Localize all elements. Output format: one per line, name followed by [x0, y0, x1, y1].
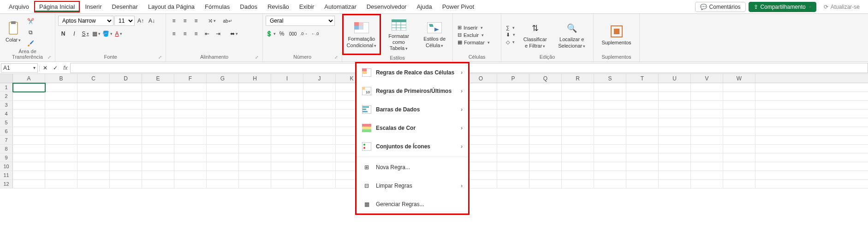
- tab-revisao[interactable]: Revisão: [262, 1, 294, 12]
- cell[interactable]: [77, 180, 110, 189]
- tab-exibir[interactable]: Exibir: [294, 1, 320, 12]
- top-bottom-rules-item[interactable]: 10 Regras de Primeiros/Últimos›: [357, 82, 468, 100]
- col-header[interactable]: E: [142, 74, 174, 83]
- cell[interactable]: [45, 145, 77, 153]
- cell[interactable]: [691, 171, 723, 180]
- cell[interactable]: [562, 136, 594, 145]
- cell[interactable]: [723, 110, 755, 118]
- cell[interactable]: [239, 153, 271, 162]
- cell[interactable]: [626, 136, 659, 145]
- cell[interactable]: [723, 118, 755, 127]
- cell[interactable]: [497, 153, 529, 162]
- cell[interactable]: [659, 153, 691, 162]
- cell[interactable]: [303, 110, 336, 118]
- cell[interactable]: [174, 118, 207, 127]
- cell[interactable]: [562, 127, 594, 136]
- row-header[interactable]: 10: [0, 162, 13, 171]
- cell[interactable]: [594, 110, 626, 118]
- manage-rules-item[interactable]: ▦ Gerenciar Regras...: [357, 195, 468, 214]
- cell[interactable]: [77, 162, 110, 171]
- cell[interactable]: [465, 83, 497, 92]
- increase-indent-button[interactable]: ⇥: [213, 29, 223, 39]
- find-select-button[interactable]: 🔍 Localizar e Selecionar: [553, 20, 590, 49]
- font-color-button[interactable]: A: [113, 29, 124, 39]
- decrease-font-button[interactable]: A↓: [147, 16, 157, 26]
- cell[interactable]: [77, 145, 110, 153]
- cell[interactable]: [13, 118, 45, 127]
- cell[interactable]: [174, 92, 207, 101]
- cell[interactable]: [723, 145, 755, 153]
- font-launcher[interactable]: ⤢: [158, 55, 162, 60]
- cell[interactable]: [659, 83, 691, 92]
- cell[interactable]: [594, 171, 626, 180]
- cell[interactable]: [174, 162, 207, 171]
- cell[interactable]: [465, 180, 497, 189]
- col-header[interactable]: O: [465, 74, 497, 83]
- cell[interactable]: [239, 83, 271, 92]
- cell[interactable]: [497, 171, 529, 180]
- cell[interactable]: [174, 136, 207, 145]
- cell[interactable]: [497, 83, 529, 92]
- tab-layout[interactable]: Layout da Página: [143, 1, 200, 12]
- icon-sets-item[interactable]: Conjuntos de Ícones›: [357, 137, 468, 156]
- cell[interactable]: [562, 145, 594, 153]
- cell[interactable]: [465, 153, 497, 162]
- cell[interactable]: [691, 92, 723, 101]
- sort-filter-button[interactable]: ⇅ Classificar e Filtrar: [519, 20, 551, 49]
- cell[interactable]: [77, 101, 110, 110]
- cell[interactable]: [77, 127, 110, 136]
- cell[interactable]: [239, 171, 271, 180]
- cell[interactable]: [529, 171, 562, 180]
- cell[interactable]: [142, 92, 174, 101]
- cell[interactable]: [239, 110, 271, 118]
- cell[interactable]: [465, 101, 497, 110]
- cell[interactable]: [45, 180, 77, 189]
- cell[interactable]: [174, 83, 207, 92]
- col-header[interactable]: J: [303, 74, 336, 83]
- comma-button[interactable]: 000: [288, 29, 298, 39]
- cell[interactable]: [271, 136, 303, 145]
- align-launcher[interactable]: ⤢: [255, 55, 259, 60]
- cell[interactable]: [562, 92, 594, 101]
- cell[interactable]: [207, 136, 239, 145]
- col-header[interactable]: F: [174, 74, 207, 83]
- cell[interactable]: [303, 127, 336, 136]
- font-family-select[interactable]: Aptos Narrow: [58, 16, 113, 26]
- cell[interactable]: [142, 127, 174, 136]
- cell[interactable]: [45, 83, 77, 92]
- cell[interactable]: [77, 136, 110, 145]
- percent-button[interactable]: %: [277, 29, 287, 39]
- tab-ajuda[interactable]: Ajuda: [411, 1, 437, 12]
- wrap-text-button[interactable]: ab↵: [222, 16, 232, 26]
- cell[interactable]: [303, 118, 336, 127]
- col-header[interactable]: P: [497, 74, 529, 83]
- cell[interactable]: [239, 127, 271, 136]
- cell[interactable]: [239, 180, 271, 189]
- col-header[interactable]: R: [562, 74, 594, 83]
- cell[interactable]: [13, 92, 45, 101]
- cell[interactable]: [691, 127, 723, 136]
- cell[interactable]: [723, 83, 755, 92]
- cell[interactable]: [239, 101, 271, 110]
- cell[interactable]: [271, 153, 303, 162]
- cell[interactable]: [723, 171, 755, 180]
- cell[interactable]: [77, 171, 110, 180]
- underline-button[interactable]: S: [80, 29, 90, 39]
- cell[interactable]: [497, 127, 529, 136]
- cell[interactable]: [239, 136, 271, 145]
- cell[interactable]: [659, 118, 691, 127]
- cell[interactable]: [303, 145, 336, 153]
- cell[interactable]: [465, 110, 497, 118]
- cell[interactable]: [303, 153, 336, 162]
- cell[interactable]: [207, 145, 239, 153]
- cell[interactable]: [45, 101, 77, 110]
- cell[interactable]: [497, 118, 529, 127]
- data-bars-item[interactable]: Barras de Dados›: [357, 100, 468, 119]
- cell[interactable]: [110, 92, 142, 101]
- col-header[interactable]: U: [659, 74, 691, 83]
- cell[interactable]: [626, 180, 659, 189]
- row-header[interactable]: 8: [0, 145, 13, 153]
- align-center-button[interactable]: ≡: [180, 29, 190, 39]
- cell[interactable]: [691, 118, 723, 127]
- col-header[interactable]: C: [77, 74, 110, 83]
